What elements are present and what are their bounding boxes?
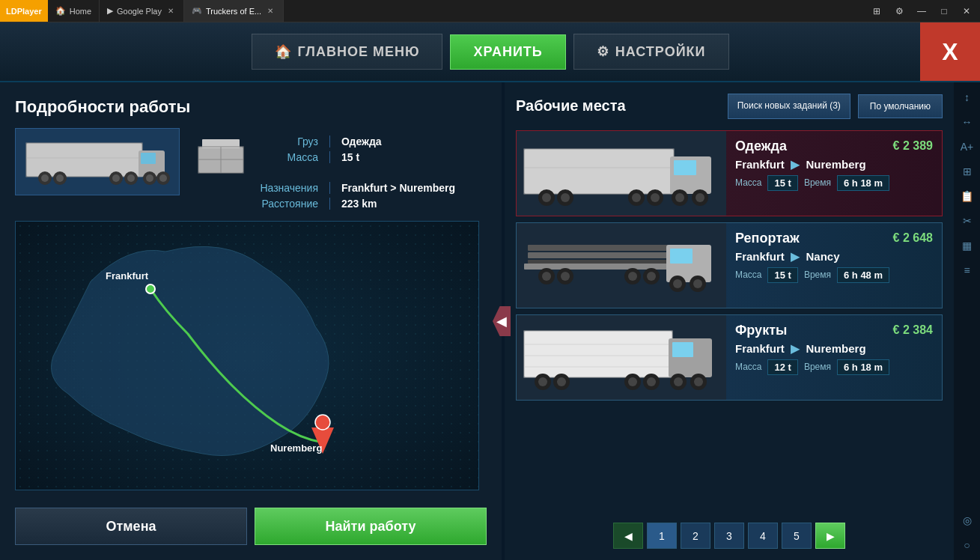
right-panel: Рабочие места Поиск новых заданий (3) По… — [505, 82, 954, 560]
job-cards-list: Одежда € 2 389 Frankfurt ▶ Nuremberg Мас… — [516, 130, 943, 515]
main-menu-btn[interactable]: 🏠 ГЛАВНОЕ МЕНЮ — [252, 34, 443, 70]
close-truckers-tab[interactable]: ✕ — [265, 6, 276, 16]
window-controls: ⊞ ⚙ — □ ✕ — [866, 1, 980, 22]
sidebar-icon-2[interactable]: ↔ — [956, 111, 979, 133]
google-play-icon: ▶ — [107, 6, 113, 16]
svg-point-31 — [561, 193, 570, 202]
job-card-header-3: Фрукты € 2 384 — [735, 323, 933, 338]
default-button[interactable]: По умолчанию — [858, 94, 943, 118]
page-btn-1[interactable]: 1 — [647, 523, 677, 549]
prev-page-btn[interactable]: ◀ — [613, 523, 643, 549]
weight-label: Масса — [258, 151, 318, 163]
find-job-button[interactable]: Найти работу — [255, 508, 487, 545]
left-panel: Подробности работы — [0, 82, 502, 560]
svg-point-8 — [112, 174, 120, 182]
svg-point-70 — [557, 377, 566, 386]
svg-point-78 — [674, 377, 683, 386]
right-sidebar: ↕ ↔ A+ ⊞ 📋 ✂ ▦ ≡ ◎ ○ — [954, 82, 980, 560]
store-btn[interactable]: ХРАНИТЬ — [450, 34, 565, 70]
svg-point-52 — [628, 272, 637, 281]
job-card-1[interactable]: Одежда € 2 389 Frankfurt ▶ Nuremberg Мас… — [516, 130, 943, 216]
content-area: Подробности работы — [0, 82, 980, 560]
right-panel-title: Рабочие места — [516, 97, 720, 115]
page-btn-4[interactable]: 4 — [748, 523, 778, 549]
job-route-1: Frankfurt ▶ Nuremberg — [735, 158, 933, 171]
destination-value: Frankfurt > Nuremberg — [341, 182, 455, 194]
svg-rect-56 — [670, 249, 693, 264]
right-panel-header: Рабочие места Поиск новых заданий (3) По… — [516, 94, 943, 119]
job-name-2: Репортаж — [735, 231, 800, 246]
window-close-btn[interactable]: ✕ — [956, 1, 977, 22]
settings-btn[interactable]: ⚙ — [889, 1, 910, 22]
job-name-3: Фрукты — [735, 323, 787, 338]
job-card-img-3 — [517, 315, 726, 400]
svg-point-22 — [146, 284, 155, 293]
time-value-2: 6 h 48 m — [837, 267, 889, 283]
time-label-3: Время — [804, 362, 831, 372]
home-nav-icon: 🏠 — [275, 43, 292, 60]
minimize-btn[interactable]: — — [911, 1, 932, 22]
search-jobs-button[interactable]: Поиск новых заданий (3) — [728, 94, 850, 119]
job-price-3: € 2 384 — [893, 323, 933, 337]
maximize-btn[interactable]: □ — [934, 1, 955, 22]
distance-value: 223 km — [341, 198, 377, 210]
tab-home[interactable]: 🏠 Home — [48, 0, 100, 22]
page-btn-2[interactable]: 2 — [681, 523, 710, 549]
job-card-info-1: Одежда € 2 389 Frankfurt ▶ Nuremberg Мас… — [726, 131, 942, 216]
home-icon: 🏠 — [55, 6, 66, 16]
cargo-value: Одежда — [341, 136, 382, 147]
next-page-btn[interactable]: ▶ — [815, 523, 845, 549]
mass-label-1: Масса — [735, 177, 761, 188]
sidebar-icon-1[interactable]: ↕ — [956, 86, 979, 109]
svg-rect-46 — [528, 260, 674, 264]
svg-point-48 — [542, 272, 551, 281]
sidebar-icon-9[interactable]: ◎ — [956, 509, 979, 532]
svg-point-80 — [694, 377, 703, 386]
svg-rect-62 — [524, 331, 672, 377]
sidebar-icon-10[interactable]: ○ — [956, 534, 979, 556]
mass-value-2: 15 t — [767, 267, 797, 283]
close-google-play-tab[interactable]: ✕ — [165, 6, 176, 16]
svg-point-60 — [693, 279, 702, 288]
frankfurt-label: Frankfurt — [106, 270, 148, 281]
sidebar-icon-6[interactable]: ✂ — [956, 210, 979, 232]
cargo-label: Груз — [258, 136, 318, 147]
time-label-2: Время — [804, 270, 831, 280]
page-btn-3[interactable]: 3 — [714, 523, 744, 549]
svg-point-33 — [632, 193, 641, 202]
job-stats-1: Масса 15 t Время 6 h 18 m — [735, 175, 933, 191]
tab-truckers[interactable]: 🎮 Truckers of E... ✕ — [184, 0, 284, 22]
sidebar-icon-5[interactable]: 📋 — [956, 185, 979, 207]
svg-rect-25 — [524, 149, 674, 194]
job-card-3[interactable]: Фрукты € 2 384 Frankfurt ▶ Nuremberg Мас… — [516, 314, 943, 401]
tab-google-play[interactable]: ▶ Google Play ✕ — [100, 0, 184, 22]
sidebar-icon-8[interactable]: ≡ — [956, 259, 979, 281]
job-card-header-2: Репортаж € 2 648 — [735, 231, 933, 246]
sidebar-icon-4[interactable]: ⊞ — [956, 160, 979, 183]
destination-row: Назначения Frankfurt > Nuremberg — [258, 182, 455, 194]
game-close-btn[interactable]: X — [920, 22, 980, 81]
panel-divider: ◀ — [502, 82, 505, 560]
svg-point-14 — [146, 174, 153, 182]
monitor-btn[interactable]: ⊞ — [866, 1, 887, 22]
sidebar-icon-3[interactable]: A+ — [956, 136, 979, 158]
titlebar: LDPlayer 🏠 Home ▶ Google Play ✕ 🎮 Trucke… — [0, 0, 980, 22]
ldplayer-logo: LDPlayer — [0, 0, 48, 22]
svg-point-41 — [696, 193, 704, 202]
page-btn-5[interactable]: 5 — [782, 523, 812, 549]
pagination: ◀ 1 2 3 4 5 ▶ — [516, 523, 943, 549]
job-card-info-3: Фрукты € 2 384 Frankfurt ▶ Nuremberg Мас… — [726, 315, 942, 400]
settings-nav-btn[interactable]: ⚙ НАСТРОЙКИ — [573, 34, 729, 70]
job-details-top: Груз Одежда Масса 15 t Назначения Frankf… — [15, 128, 487, 210]
sidebar-icon-7[interactable]: ▦ — [956, 234, 979, 257]
top-nav: 🏠 ГЛАВНОЕ МЕНЮ ХРАНИТЬ ⚙ НАСТРОЙКИ X — [0, 22, 980, 82]
mass-label-3: Масса — [735, 362, 761, 372]
weight-value: 15 t — [341, 151, 359, 163]
cancel-button[interactable]: Отмена — [15, 508, 247, 545]
job-card-header-1: Одежда € 2 389 — [735, 139, 933, 154]
svg-rect-12 — [141, 153, 156, 164]
job-route-2: Frankfurt ▶ Nancy — [735, 250, 933, 264]
svg-point-54 — [647, 272, 656, 281]
destination-label: Назначения — [258, 182, 318, 194]
job-card-2[interactable]: Репортаж € 2 648 Frankfurt ▶ Nancy Масса… — [516, 222, 943, 308]
